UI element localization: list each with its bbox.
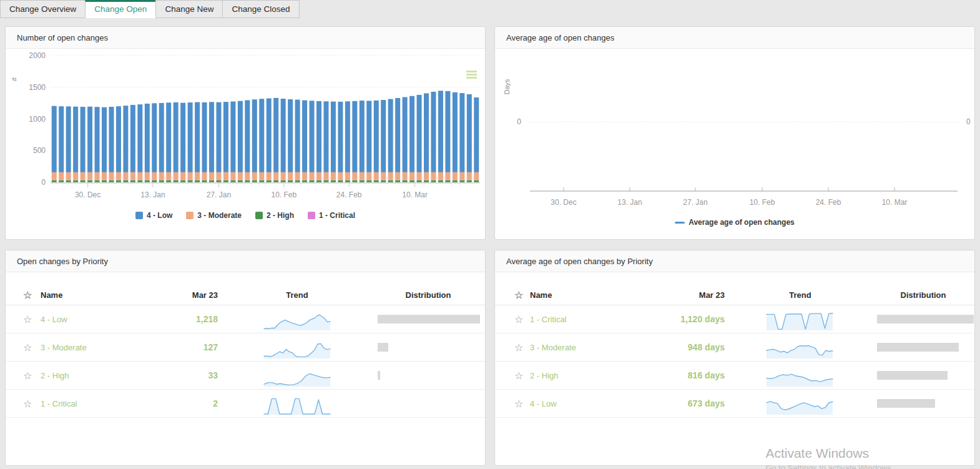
- legend-swatch-line: [675, 222, 685, 224]
- distribution-bar: [877, 371, 948, 380]
- open-changes-bar-chart: 0500100015002000#30. Dec13. Jan27. Jan10…: [6, 49, 485, 212]
- panel-average-age-of-open-changes: Average age of open changes Days0030. De…: [494, 26, 975, 240]
- distribution-bar: [877, 343, 959, 352]
- svg-text:27. Jan: 27. Jan: [683, 198, 707, 207]
- column-header-date[interactable]: Mar 23: [626, 285, 725, 305]
- score-value: 1,218: [130, 305, 218, 333]
- trend-sparkline: [263, 336, 331, 360]
- panel-title: Number of open changes: [6, 27, 485, 49]
- tab-change-closed[interactable]: Change Closed: [222, 0, 299, 18]
- star-icon[interactable]: ☆: [23, 370, 32, 382]
- table-header-row: ☆ Name Mar 23 Trend Distribution: [495, 285, 974, 305]
- svg-text:13. Jan: 13. Jan: [617, 198, 642, 207]
- priority-link[interactable]: 1 - Critical: [41, 399, 77, 408]
- priority-link[interactable]: 3 - Moderate: [530, 343, 576, 352]
- column-header-date[interactable]: Mar 23: [130, 285, 218, 305]
- legend-swatch-low: [135, 212, 143, 219]
- table-row: ☆ 2 - High 33: [6, 362, 485, 390]
- svg-text:30. Dec: 30. Dec: [75, 190, 100, 199]
- legend-item-1-critical[interactable]: 1 - Critical: [308, 211, 355, 220]
- table-row: ☆ 4 - Low 1,218: [6, 305, 485, 333]
- tab-bar: Change Overview Change Open Change New C…: [0, 0, 299, 18]
- page: Change Overview Change Open Change New C…: [0, 0, 980, 469]
- priority-link[interactable]: 3 - Moderate: [41, 343, 87, 352]
- svg-text:#: #: [11, 77, 18, 81]
- svg-text:10. Mar: 10. Mar: [402, 190, 428, 199]
- svg-text:13. Jan: 13. Jan: [140, 190, 165, 199]
- panel-title: Average age of open changes: [495, 27, 974, 49]
- legend-item-2-high[interactable]: 2 - High: [255, 211, 294, 220]
- star-icon[interactable]: ☆: [23, 313, 32, 325]
- watermark-line1: Activate Windows: [765, 446, 891, 461]
- trend-sparkline: [765, 336, 834, 360]
- star-icon[interactable]: ☆: [514, 289, 523, 301]
- tab-change-overview[interactable]: Change Overview: [0, 0, 86, 18]
- trend-sparkline: [765, 392, 834, 416]
- column-header-name[interactable]: Name: [530, 285, 624, 305]
- table-row: ☆ 3 - Moderate 127: [6, 333, 485, 362]
- column-header-distribution: Distribution: [870, 285, 977, 305]
- table-header-row: ☆ Name Mar 23 Trend Distribution: [6, 285, 485, 305]
- svg-text:1000: 1000: [29, 115, 46, 124]
- priority-link[interactable]: 4 - Low: [41, 315, 67, 324]
- bar-chart-legend: 4 - Low 3 - Moderate 2 - High 1 - Critic…: [6, 211, 485, 220]
- score-value: 673 days: [626, 390, 725, 417]
- column-header-trend: Trend: [760, 285, 840, 305]
- panel-title: Average age of open changes by Priority: [495, 250, 974, 272]
- svg-text:0: 0: [966, 117, 971, 126]
- trend-sparkline: [765, 364, 834, 388]
- score-value: 33: [130, 362, 218, 389]
- legend-swatch-moderate: [186, 212, 194, 219]
- svg-text:10. Feb: 10. Feb: [750, 198, 775, 207]
- table-row: ☆ 2 - High 816 days: [495, 362, 974, 390]
- table-row: ☆ 4 - Low 673 days: [495, 390, 974, 418]
- star-icon[interactable]: ☆: [23, 342, 32, 353]
- legend-swatch-high: [255, 212, 263, 219]
- star-icon[interactable]: ☆: [23, 289, 32, 301]
- panel-average-age-by-priority: Average age of open changes by Priority …: [494, 250, 975, 466]
- table-row: ☆ 1 - Critical 2: [6, 390, 485, 418]
- score-value: 2: [130, 390, 218, 417]
- svg-text:10. Feb: 10. Feb: [271, 190, 296, 199]
- trend-sparkline: [765, 308, 834, 332]
- star-icon[interactable]: ☆: [514, 342, 523, 353]
- priority-link[interactable]: 2 - High: [530, 371, 559, 380]
- svg-text:0: 0: [41, 178, 46, 187]
- trend-sparkline: [263, 392, 331, 416]
- column-header-name[interactable]: Name: [41, 285, 128, 305]
- tab-change-open[interactable]: Change Open: [85, 0, 156, 18]
- score-value: 816 days: [626, 362, 725, 389]
- score-value: 127: [130, 333, 218, 361]
- svg-text:10. Mar: 10. Mar: [882, 198, 908, 207]
- panel-open-changes-by-priority: Open changes by Priority ☆ Name Mar 23 T…: [5, 250, 486, 466]
- star-icon[interactable]: ☆: [23, 398, 32, 410]
- activate-windows-watermark: Activate Windows Go to Settings to activ…: [765, 446, 891, 469]
- star-icon[interactable]: ☆: [514, 370, 523, 382]
- chart-context-menu-icon[interactable]: [466, 71, 477, 80]
- svg-text:0: 0: [517, 117, 521, 126]
- star-icon[interactable]: ☆: [514, 313, 523, 325]
- svg-text:Days: Days: [503, 79, 511, 95]
- score-value: 1,120 days: [626, 305, 725, 333]
- svg-text:24. Feb: 24. Feb: [816, 198, 841, 207]
- tab-change-new[interactable]: Change New: [155, 0, 223, 18]
- watermark-line2: Go to Settings to activate Windows: [765, 463, 891, 469]
- line-chart-legend: Average age of open changes: [495, 218, 974, 227]
- star-icon[interactable]: ☆: [514, 398, 523, 410]
- trend-sparkline: [263, 364, 331, 388]
- legend-label: 1 - Critical: [319, 211, 355, 220]
- distribution-bar: [877, 315, 974, 323]
- priority-link[interactable]: 2 - High: [41, 371, 69, 380]
- distribution-bar: [378, 343, 388, 352]
- legend-item-3-moderate[interactable]: 3 - Moderate: [186, 211, 242, 220]
- legend-item-4-low[interactable]: 4 - Low: [135, 211, 172, 220]
- svg-text:30. Dec: 30. Dec: [551, 198, 576, 207]
- priority-link[interactable]: 4 - Low: [530, 399, 557, 408]
- legend-item-average-age[interactable]: Average age of open changes: [675, 218, 795, 227]
- priority-link[interactable]: 1 - Critical: [530, 315, 567, 324]
- table-row: ☆ 1 - Critical 1,120 days: [495, 305, 974, 333]
- column-header-distribution: Distribution: [375, 285, 481, 305]
- legend-label: 2 - High: [267, 211, 294, 220]
- legend-label: 4 - Low: [147, 211, 172, 220]
- svg-text:2000: 2000: [29, 51, 46, 60]
